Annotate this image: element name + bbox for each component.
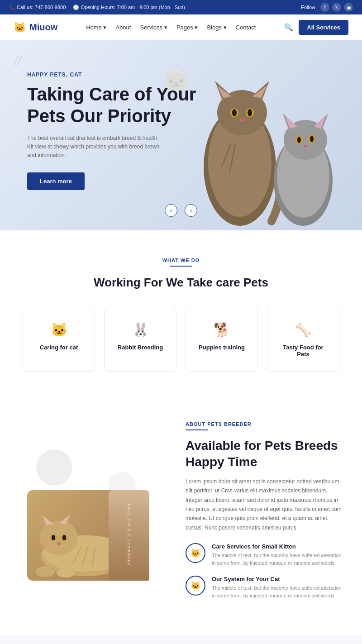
- what-we-do-section: WHAT WE DO Working For We Take care Pets…: [0, 230, 362, 394]
- service-card-3[interactable]: 🦴 Tasty Food for Pets: [267, 308, 339, 372]
- hero-decor-slash: //: [14, 54, 21, 69]
- about-content: ABOUT PETS BREEDER Available for Pets Br…: [186, 421, 344, 608]
- about-feature-0: 🐱 Care Services for Small Kitten The mid…: [186, 543, 344, 567]
- what-we-do-tag: WHAT WE DO: [18, 258, 344, 263]
- service-icon-0: 🐱: [51, 322, 67, 338]
- about-feature-icon-0: 🐱: [186, 543, 205, 563]
- nav-pages[interactable]: Pages ▾: [176, 24, 198, 31]
- svg-point-41: [35, 566, 55, 577]
- hours-info: 🕐 Opening Hours: 7:00 am - 9:00 pm (Mon …: [73, 5, 185, 10]
- svg-point-42: [57, 568, 75, 577]
- svg-point-37: [57, 542, 61, 545]
- nav-links: Home ▾ About Services ▾ Pages ▾ Blogs ▾ …: [86, 24, 256, 31]
- services-grid: 🐱 Caring for cat 🐰 Rabbit Breeding 🐕 Pup…: [18, 308, 344, 372]
- all-services-button[interactable]: All Services: [299, 20, 348, 35]
- about-tag-line: [186, 429, 208, 430]
- service-label-1: Rabbit Breeding: [118, 344, 163, 351]
- svg-point-11: [240, 119, 244, 121]
- hero-prev-button[interactable]: ‹: [165, 204, 177, 217]
- about-description: Lorem ipsum dolor sit amet not is consec…: [186, 477, 344, 532]
- svg-point-9: [232, 109, 237, 116]
- about-features: 🐱 Care Services for Small Kitten The mid…: [186, 543, 344, 599]
- nav-actions: 🔍 All Services: [284, 20, 348, 35]
- phone-info: 📞 Call us: 747-800-9880: [9, 5, 66, 10]
- about-title: Available for Pets Breeds Happy Time: [186, 438, 344, 471]
- nav-about[interactable]: About: [115, 24, 131, 31]
- services-section: OUR SERVICE Most Popular Services for Pe…: [0, 635, 362, 644]
- about-feature-text-0: Care Services for Small Kitten The middl…: [212, 543, 344, 567]
- brand-name: Miuow: [29, 22, 57, 33]
- top-bar-left: 📞 Call us: 747-800-9880 🕐 Opening Hours:…: [9, 5, 185, 10]
- about-feature-text-1: Our System for Your Cat The middle of te…: [212, 576, 344, 599]
- logo[interactable]: 🐱 Miuow: [14, 22, 57, 33]
- twitter-icon[interactable]: 𝕏: [332, 3, 341, 12]
- service-card-1[interactable]: 🐰 Rabbit Breeding: [104, 308, 176, 372]
- navbar: 🐱 Miuow Home ▾ About Services ▾ Pages ▾ …: [0, 14, 362, 40]
- service-icon-1: 🐰: [132, 322, 149, 338]
- about-feature-desc-0: The middle of text, but the majority hav…: [212, 552, 344, 567]
- nav-services[interactable]: Services ▾: [140, 24, 167, 31]
- svg-point-10: [248, 109, 252, 116]
- svg-point-25: [304, 145, 307, 148]
- svg-point-36: [62, 535, 66, 540]
- nav-home[interactable]: Home ▾: [86, 24, 106, 31]
- hero-cta-button[interactable]: Learn more: [27, 172, 85, 190]
- top-bar-right: Follow: f 𝕏 ▣: [301, 3, 353, 12]
- search-icon[interactable]: 🔍: [284, 23, 293, 32]
- hero-tag: HAPPY PETS, CAT: [27, 72, 199, 78]
- social-icons: f 𝕏 ▣: [320, 3, 353, 12]
- about-urn-image: Pets Urn Bio Cremation: [109, 490, 149, 581]
- about-image-column: Pets Urn Bio Cremation: [18, 436, 163, 594]
- facebook-icon[interactable]: f: [320, 3, 329, 12]
- about-circle-decor-1: [36, 449, 72, 486]
- service-icon-2: 🐕: [214, 322, 230, 338]
- svg-point-23: [297, 137, 301, 143]
- hero-navigation: ‹ ›: [165, 204, 197, 217]
- hero-description: The best overall cat dna test is embark …: [27, 134, 163, 160]
- hero-next-button[interactable]: ›: [185, 204, 197, 217]
- what-we-do-tag-line: [170, 266, 192, 267]
- about-section: Pets Urn Bio Cremation ABOUT PETS BREEDE…: [0, 394, 362, 635]
- about-feature-title-0: Care Services for Small Kitten: [212, 543, 344, 550]
- about-tag: ABOUT PETS BREEDER: [186, 421, 344, 427]
- follow-label: Follow:: [301, 5, 317, 10]
- service-card-2[interactable]: 🐕 Puppies training: [186, 308, 258, 372]
- hero-title: Taking Care of Your Pets Our Priority: [27, 83, 199, 127]
- svg-point-35: [52, 535, 55, 540]
- top-bar: 📞 Call us: 747-800-9880 🕐 Opening Hours:…: [0, 0, 362, 14]
- service-card-0[interactable]: 🐱 Caring for cat: [23, 308, 95, 372]
- service-icon-3: 🦴: [295, 322, 312, 338]
- svg-point-24: [310, 136, 314, 142]
- about-feature-title-1: Our System for Your Cat: [212, 576, 344, 582]
- what-we-do-title: Working For We Take care Pets: [18, 276, 344, 290]
- nav-blogs[interactable]: Blogs ▾: [207, 24, 226, 31]
- about-feature-desc-1: The middle of text, but the majority hav…: [212, 584, 344, 599]
- service-label-0: Caring for cat: [40, 344, 78, 351]
- hero-content: HAPPY PETS, CAT Taking Care of Your Pets…: [27, 72, 199, 191]
- hero-section: HAPPY PETS, CAT Taking Care of Your Pets…: [0, 40, 362, 230]
- service-label-2: Puppies training: [199, 344, 245, 351]
- about-feature-icon-1: 🐱: [186, 576, 205, 596]
- nav-contact[interactable]: Contact: [236, 24, 256, 31]
- instagram-icon[interactable]: ▣: [344, 3, 353, 12]
- service-label-3: Tasty Food for Pets: [276, 344, 330, 358]
- about-feature-1: 🐱 Our System for Your Cat The middle of …: [186, 576, 344, 599]
- logo-icon: 🐱: [14, 22, 26, 33]
